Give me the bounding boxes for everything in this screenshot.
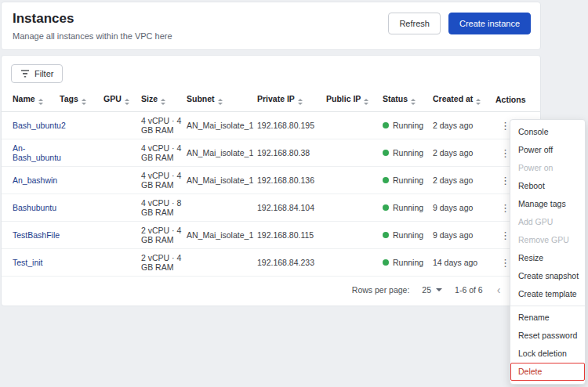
status-dot-icon — [383, 177, 389, 183]
status-dot-icon — [383, 122, 389, 128]
instance-name-link[interactable]: TestBashFile — [13, 230, 60, 240]
sort-icon — [161, 99, 165, 105]
sort-icon — [125, 99, 129, 105]
cell-public-ip — [326, 112, 383, 139]
table-row: Bash_ubuntu24 vCPU · 4 GB RAMAN_Mai_isol… — [2, 112, 541, 139]
cell-status: Running — [383, 139, 433, 167]
col-header-actions: Actions — [495, 90, 541, 112]
table-row: TestBashFile2 vCPU · 4 GB RAMAN_Mai_isol… — [2, 222, 541, 249]
col-label: Subnet — [187, 94, 215, 103]
caret-down-icon — [436, 288, 442, 291]
cell-subnet: AN_Mai_isolate_1 — [187, 167, 257, 194]
cell-status: Running — [383, 167, 433, 194]
cell-name: TestBashFile — [2, 222, 60, 249]
menu-item-manage-tags[interactable]: Manage tags — [510, 195, 585, 213]
status-label: Running — [393, 148, 423, 157]
page-header: Instances Manage all instances within th… — [1, 2, 541, 50]
cell-tags — [60, 249, 103, 277]
cell-gpu — [103, 167, 141, 194]
cell-gpu — [103, 249, 141, 277]
col-header-public-ip[interactable]: Public IP — [326, 90, 383, 112]
status-badge: Running — [383, 230, 423, 240]
menu-item-reboot[interactable]: Reboot — [510, 177, 585, 195]
col-header-subnet[interactable]: Subnet — [187, 90, 257, 112]
header-actions: Refresh Create instance — [388, 13, 531, 34]
table-row: Test_init2 vCPU · 4 GB RAM192.168.84.233… — [2, 249, 541, 277]
menu-item-lock-deletion[interactable]: Lock deletion — [510, 345, 585, 363]
filter-button[interactable]: Filter — [11, 64, 63, 83]
col-label: Size — [141, 94, 158, 103]
cell-gpu — [103, 139, 141, 167]
filter-label: Filter — [34, 69, 53, 78]
col-header-tags[interactable]: Tags — [60, 90, 103, 112]
cell-size: 4 vCPU · 4 GB RAM — [141, 167, 187, 194]
rows-per-page-label: Rows per page: — [352, 285, 410, 295]
table-row: An_bashwin4 vCPU · 4 GB RAMAN_Mai_isolat… — [2, 167, 541, 194]
col-header-private-ip[interactable]: Private IP — [257, 90, 326, 112]
status-badge: Running — [383, 148, 423, 157]
col-header-gpu[interactable]: GPU — [103, 90, 141, 112]
instance-name-link[interactable]: Bashubuntu — [13, 203, 56, 212]
menu-item-rename[interactable]: Rename — [510, 309, 585, 327]
instance-name-link[interactable]: Test_init — [13, 258, 43, 267]
prev-page-button[interactable]: ‹ — [495, 285, 503, 295]
menu-item-delete[interactable]: Delete — [510, 363, 585, 381]
create-instance-button[interactable]: Create instance — [448, 13, 531, 34]
refresh-button[interactable]: Refresh — [388, 13, 441, 34]
rows-per-page-select[interactable]: 25 — [422, 285, 442, 295]
rows-per-page-value: 25 — [422, 285, 431, 295]
status-badge: Running — [383, 121, 423, 130]
instance-name-link[interactable]: An-Bash_ubuntu — [13, 143, 61, 162]
col-header-name[interactable]: Name — [2, 90, 60, 112]
sort-icon — [364, 99, 368, 105]
cell-subnet — [187, 249, 257, 277]
instances-card: Filter NameTagsGPUSizeSubnetPrivate IPPu… — [1, 55, 541, 306]
cell-name: Bashubuntu — [2, 194, 60, 222]
status-label: Running — [393, 258, 423, 267]
status-label: Running — [393, 203, 423, 212]
sort-icon — [218, 99, 223, 105]
menu-item-console[interactable]: Console — [510, 123, 585, 141]
menu-item-create-snapshot[interactable]: Create snapshot — [510, 267, 585, 285]
sort-icon — [476, 99, 481, 105]
cell-gpu — [103, 112, 141, 139]
instance-name-link[interactable]: Bash_ubuntu2 — [13, 121, 66, 130]
col-label: Tags — [60, 94, 78, 103]
menu-divider — [510, 306, 585, 306]
menu-item-resize[interactable]: Resize — [510, 249, 585, 267]
sort-icon — [298, 99, 303, 105]
cell-private-ip: 192.168.80.195 — [257, 112, 326, 139]
cell-private-ip: 192.168.80.115 — [257, 222, 326, 249]
menu-item-power-off[interactable]: Power off — [510, 141, 585, 159]
menu-item-reset-password[interactable]: Reset password — [510, 327, 585, 345]
status-badge: Running — [383, 203, 423, 212]
cell-created-at: 2 days ago — [433, 139, 495, 167]
cell-name: An-Bash_ubuntu — [2, 139, 60, 167]
cell-tags — [60, 194, 103, 222]
cell-public-ip — [326, 222, 383, 249]
instance-name-link[interactable]: An_bashwin — [13, 175, 57, 185]
col-label: Status — [383, 94, 408, 103]
sort-icon — [38, 99, 43, 105]
cell-name: An_bashwin — [2, 167, 60, 194]
table-header-row: NameTagsGPUSizeSubnetPrivate IPPublic IP… — [2, 90, 541, 112]
col-header-size[interactable]: Size — [141, 90, 187, 112]
cell-size: 4 vCPU · 4 GB RAM — [141, 139, 187, 167]
cell-status: Running — [383, 112, 433, 139]
col-header-status[interactable]: Status — [383, 90, 433, 112]
cell-subnet: AN_Mai_isolate_1 — [187, 112, 257, 139]
col-label: Private IP — [257, 94, 295, 103]
col-label: Created at — [433, 94, 473, 103]
filter-icon — [20, 70, 30, 78]
menu-item-create-template[interactable]: Create template — [510, 285, 585, 303]
status-badge: Running — [383, 258, 423, 267]
cell-created-at: 9 days ago — [433, 194, 495, 222]
cell-private-ip: 192.168.80.136 — [257, 167, 326, 194]
cell-created-at: 9 days ago — [433, 222, 495, 249]
status-label: Running — [393, 175, 423, 185]
cell-status: Running — [383, 194, 433, 222]
col-header-created-at[interactable]: Created at — [433, 90, 495, 112]
pagination-range: 1-6 of 6 — [455, 285, 483, 295]
status-dot-icon — [383, 204, 389, 211]
col-label: GPU — [103, 94, 122, 103]
